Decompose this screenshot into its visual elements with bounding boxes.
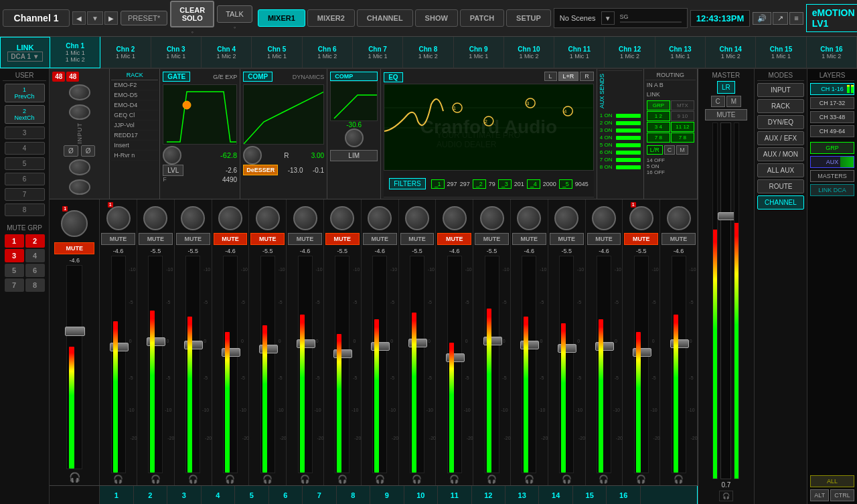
headphone-2[interactable]: 🎧: [151, 475, 161, 484]
mute-btn-14[interactable]: MUTE: [587, 233, 621, 245]
c-routing-btn[interactable]: C: [664, 145, 676, 155]
mode-allaux[interactable]: ALL AUX: [757, 163, 804, 177]
fader-track-12[interactable]: -10 -5 0 -5 -10 -20: [522, 256, 536, 473]
main-headphone[interactable]: 🎧: [69, 472, 80, 483]
ch-strip-16[interactable]: Chn 16 1 Mic 2: [807, 37, 857, 68]
lim-btn[interactable]: LIM: [330, 150, 378, 161]
fader-track-10[interactable]: -10 -5 0 -5 -10 -20: [447, 256, 462, 473]
fader-track-13[interactable]: -10 -5 0 -5 -10 -20: [559, 256, 574, 473]
mute-btn-10[interactable]: MUTE: [437, 233, 471, 245]
user-btn-3[interactable]: 3: [5, 127, 45, 139]
fader-track-14[interactable]: -10 -5 0 -5 -10 -20: [597, 256, 611, 473]
headphone-15[interactable]: 🎧: [636, 475, 646, 484]
routing-nums-1[interactable]: 1 2: [647, 111, 670, 121]
mute-btn-7[interactable]: MUTE: [325, 233, 360, 245]
tab-channel[interactable]: CHANNEL: [357, 9, 413, 27]
mute-btn-12[interactable]: MUTE: [512, 233, 546, 245]
ch-num-8[interactable]: 8: [337, 486, 370, 504]
ch-strip-1[interactable]: Chn 1 1 Mic 1 1 Mic 2: [50, 37, 100, 68]
filter-band-5[interactable]: ⎯5: [559, 179, 572, 189]
mute-btn-13[interactable]: MUTE: [550, 233, 584, 245]
user-btn-1[interactable]: 1 PrevCh: [5, 84, 45, 102]
scenes-dropdown[interactable]: ▼: [601, 11, 615, 25]
comp-title[interactable]: COMP: [330, 72, 378, 81]
mute-grp-7[interactable]: 7: [5, 278, 24, 292]
ch-num-3[interactable]: 3: [167, 486, 201, 504]
master-headphone[interactable]: 🎧: [719, 491, 733, 501]
prev-arrow[interactable]: ◀: [72, 11, 86, 25]
right-link-dca-btn[interactable]: LINK DCA: [810, 184, 854, 196]
fader-track-2[interactable]: -10 -5 0 -5 -10 -20: [148, 256, 163, 473]
headphone-12[interactable]: 🎧: [524, 475, 534, 484]
fader-track-3[interactable]: -10 -5 0 -5 -10 -20: [185, 256, 200, 473]
user-btn-7[interactable]: 7: [5, 188, 45, 201]
filter-band-3[interactable]: ⎯3: [498, 179, 512, 189]
m-routing-btn[interactable]: M: [676, 145, 688, 155]
mute-btn-11[interactable]: MUTE: [475, 233, 509, 245]
ch-strip-12[interactable]: Chn 12 1 Mic 2: [605, 37, 655, 68]
talk-button[interactable]: TALK: [217, 5, 252, 23]
filter-band-2[interactable]: ⎯2: [473, 179, 486, 189]
mode-channel[interactable]: CHANNEL: [757, 195, 804, 209]
knob-15[interactable]: [629, 206, 653, 230]
fader-handle-11[interactable]: [483, 337, 502, 345]
menu-icon[interactable]: ≡: [789, 12, 803, 25]
ch-num-2[interactable]: 2: [134, 486, 167, 504]
routing-nums-2[interactable]: 9 10: [671, 111, 694, 121]
ch-strip-8[interactable]: Chn 8 1 Mic 2: [403, 37, 453, 68]
comp-knob-2[interactable]: [345, 129, 364, 147]
ch-strip-6[interactable]: Chn 6 1 Mic 2: [303, 37, 353, 68]
mute-btn-6[interactable]: MUTE: [288, 233, 322, 245]
deesser-btn[interactable]: DeESSER: [243, 165, 278, 175]
layer-ch49-64[interactable]: CH 49-64: [810, 125, 854, 137]
rack-item-emo-d4[interactable]: EMO-D4: [111, 100, 158, 110]
fader-track-9[interactable]: -10 -5 0 -5 -10 -20: [410, 256, 424, 473]
fader-track-6[interactable]: -10 -5 0 -5 -10 -20: [298, 256, 313, 473]
ch-num-6[interactable]: 6: [269, 486, 303, 504]
mute-grp-2[interactable]: 2: [25, 234, 45, 248]
tab-mixer1[interactable]: MIXER1: [258, 9, 305, 27]
mute-grp-3[interactable]: 3: [5, 249, 24, 262]
knob-14[interactable]: [592, 206, 616, 230]
main-fader-track[interactable]: [66, 265, 82, 469]
ch-num-13[interactable]: 13: [505, 486, 539, 504]
mute-btn-4[interactable]: MUTE: [214, 233, 248, 245]
ch-strip-15[interactable]: Chn 15 1 Mic 1: [756, 37, 806, 68]
ch-num-4[interactable]: 4: [202, 486, 235, 504]
fader-handle-15[interactable]: [633, 348, 651, 357]
tab-patch[interactable]: PATCH: [460, 9, 504, 27]
mute-btn-2[interactable]: MUTE: [139, 233, 173, 245]
mute-grp-1[interactable]: 1: [5, 234, 24, 248]
master-m-btn[interactable]: M: [726, 96, 741, 107]
rack-item-redd[interactable]: REDD17: [111, 131, 158, 141]
routing-nums-4[interactable]: 11 12: [671, 122, 694, 132]
knob-3[interactable]: [181, 206, 205, 230]
master-fader-handle[interactable]: [718, 212, 735, 220]
lr-btn-l[interactable]: L: [544, 72, 557, 81]
ch-strip-7[interactable]: Chn 7 1 Mic 1: [353, 37, 403, 68]
master-c-btn[interactable]: C: [711, 96, 725, 107]
headphone-4[interactable]: 🎧: [225, 475, 235, 484]
tab-setup[interactable]: SETUP: [506, 9, 551, 27]
tab-mixer2[interactable]: MIXER2: [307, 9, 355, 27]
fader-handle-5[interactable]: [259, 345, 278, 353]
user-btn-5[interactable]: 5: [5, 157, 45, 170]
ch-strip-11[interactable]: Chn 11 1 Mic 1: [554, 37, 605, 68]
mute-btn-16[interactable]: MUTE: [661, 233, 696, 245]
input-knob-3[interactable]: [69, 159, 90, 175]
fader-track-7[interactable]: -10 -5 0 -5 -10 -20: [335, 256, 349, 473]
mute-btn-1[interactable]: MUTE: [101, 233, 135, 245]
rack-item-hrvr[interactable]: H-Rvr n: [111, 151, 158, 161]
ch-num-5[interactable]: 5: [235, 486, 268, 504]
fader-track-1[interactable]: -10 -5 0 -5 -10 -20: [111, 256, 126, 473]
knob-10[interactable]: [443, 206, 467, 230]
ch-strip-5[interactable]: Chn 5 1 Mic 1: [252, 37, 302, 68]
rack-item-geo[interactable]: GEQ Cl: [111, 110, 158, 120]
ch-num-9[interactable]: 9: [370, 486, 404, 504]
tab-show[interactable]: SHOW: [415, 9, 458, 27]
mute-grp-4[interactable]: 4: [25, 249, 45, 262]
routing-grp[interactable]: GRP: [647, 100, 670, 110]
main-mute-btn[interactable]: MUTE: [54, 242, 94, 254]
rack-item-insert[interactable]: Insert: [111, 141, 158, 151]
mode-route[interactable]: ROUTE: [757, 179, 804, 193]
